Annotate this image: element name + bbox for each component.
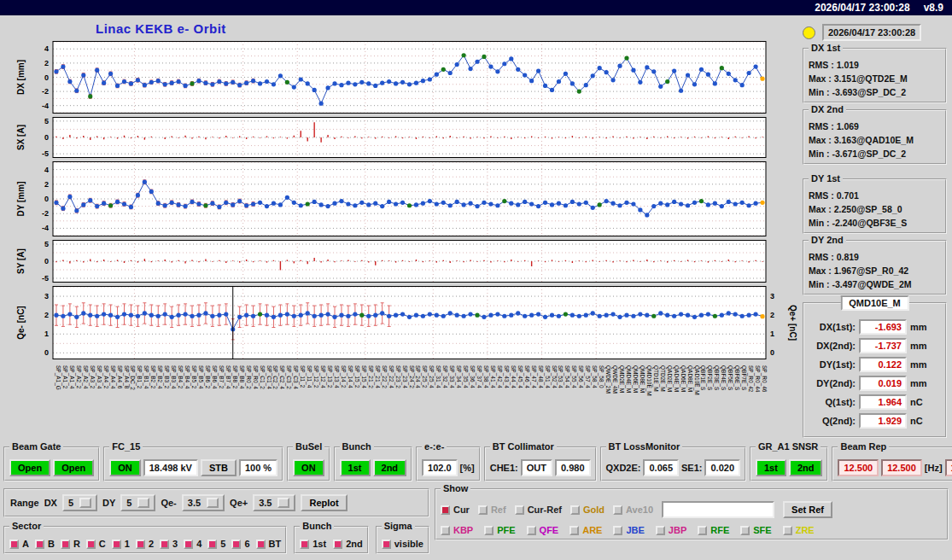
svg-text:SP_A2_2: SP_A2_2 [75,365,82,389]
snsr-2nd-button[interactable]: 2nd [789,459,823,476]
svg-text:SP_B4_4: SP_B4_4 [184,365,190,389]
charge-plot[interactable]: 3210Qe- [nC]3210Qe+ [nC] [0,286,801,359]
bunch-status-group: Bunch 1st 2nd [334,446,412,481]
sector-a-checkbox[interactable] [9,540,19,549]
show-cur-checkbox[interactable] [441,505,450,515]
sy-corrector-plot[interactable]: 50-5SY [A] [0,240,801,283]
gr-a1-snsr-group: GR_A1 SNSR 1st 2nd [750,446,828,481]
stats-panel: 2026/04/17 23:00:28 DX 1st RMS : 1.019 M… [801,15,952,438]
sector-3-checkbox[interactable] [160,540,169,549]
sector-bt-checkbox[interactable] [256,540,266,549]
show-are-checkbox[interactable] [569,526,579,535]
sigma-visible-checkbox[interactable] [382,540,391,549]
range-qep-label: Qe+ [230,498,248,508]
sector-5-checkbox[interactable] [207,540,217,549]
snsr-1st-button[interactable]: 1st [756,459,786,476]
svg-text:0: 0 [44,348,49,357]
range-qem-select[interactable]: 3.5 [182,494,225,511]
show-rfe-checkbox[interactable] [698,526,707,535]
show-kbp-checkbox[interactable] [441,526,450,535]
svg-text:SP_54_4: SP_54_4 [564,365,570,388]
svg-text:SP_B2_4: SP_B2_4 [156,365,163,389]
bunch-2nd-button[interactable]: 2nd [373,459,407,476]
show-qfe-checkbox[interactable] [527,526,536,535]
svg-text:SP_B5_2: SP_B5_2 [190,365,197,389]
qmd-row-label: DX(1st): [808,322,856,332]
show-zre-checkbox[interactable] [783,526,792,535]
show-cur-ref-checkbox[interactable] [515,505,524,515]
show-gold-checkbox[interactable] [570,505,580,515]
ee-ratio-group: e-:e- 102.0 [%] [416,446,481,481]
show-ave10-checkbox[interactable] [613,505,622,515]
svg-text:QAD6E_M: QAD6E_M [680,365,686,392]
svg-text:SP_14_4: SP_14_4 [347,365,353,388]
svg-text:SP_37_4: SP_37_4 [476,365,482,388]
svg-text:QBF1E_S: QBF1E_S [699,365,706,391]
ee-ratio-value[interactable]: 102.0 [422,459,458,476]
svg-text:SP_34_4: SP_34_4 [455,365,462,388]
range-dy-label: DY [102,498,115,508]
che1-position-readout: 0.980 [555,459,591,476]
fc15-stb-button[interactable]: STB [201,459,237,476]
stat-dx-2nd: DX 2nd RMS : 1.069 Max : 3.163@QAD10E_M … [803,109,947,165]
dx-orbit-plot[interactable]: 420-2-4DX [mm] [0,41,801,114]
bunch-2nd-checkbox[interactable] [333,540,342,549]
beam-rep-1st-readout: 12.500 [838,459,879,476]
bunch-1st-button[interactable]: 1st [340,459,371,476]
beam-gate-open-2-button[interactable]: Open [53,459,94,476]
svg-text:2: 2 [44,59,49,67]
show-sfe-checkbox[interactable] [740,526,750,535]
svg-text:SP_C3_4: SP_C3_4 [292,365,299,389]
busel-on-button[interactable]: ON [293,459,324,476]
stat-rms: RMS : 1.069 [809,120,942,133]
svg-text:SP_A1_2: SP_A1_2 [61,365,68,389]
svg-text:SP_31_4: SP_31_4 [435,365,441,388]
titlebar-version: v8.9 [924,2,943,14]
qmd-row-value: 0.019 [859,376,907,391]
svg-text:-4: -4 [42,224,49,232]
show-jbe-checkbox[interactable] [613,526,622,535]
show-jbp-checkbox[interactable] [656,526,665,535]
fc15-on-button[interactable]: ON [109,459,141,476]
sector-6-checkbox[interactable] [231,540,241,549]
svg-text:SP_35_4: SP_35_4 [462,365,469,388]
svg-text:SP_B6_2: SP_B6_2 [204,365,211,389]
sx-corrector-plot[interactable]: 50-5SX [A] [0,117,801,158]
svg-text:SP_23_4: SP_23_4 [401,365,408,388]
sector-1-checkbox[interactable] [112,540,121,549]
range-dx-select[interactable]: 5 [62,494,97,511]
bunch-1st-checkbox[interactable] [300,540,309,549]
range-dy-select[interactable]: 5 [120,494,155,511]
beam-status-lamp-icon [803,26,815,39]
replot-button[interactable]: Replot [301,494,347,511]
range-qep-select[interactable]: 3.5 [253,494,295,511]
fc15-kv-readout: 18.498 kV [143,459,198,476]
sector-r-checkbox[interactable] [61,540,70,549]
ref-file-input[interactable] [662,501,774,518]
bunch-select-group: Bunch 1st 2nd [294,526,368,554]
sector-2-checkbox[interactable] [136,540,145,549]
sector-c-checkbox[interactable] [86,540,96,549]
che1-label: CHE1: [490,463,518,473]
titlebar: 2026/04/17 23:00:28 v8.9 [0,0,952,15]
sector-b-checkbox[interactable] [35,540,44,549]
range-qem-label: Qe- [161,498,176,508]
svg-text:QBF4E_S: QBF4E_S [720,365,727,391]
beam-gate-open-1-button[interactable]: Open [9,459,50,476]
sector-4-checkbox[interactable] [184,540,193,549]
set-ref-button[interactable]: Set Ref [783,501,832,518]
svg-text:QWDE_4M: QWDE_4M [611,365,618,394]
svg-text:SP_B4_2: SP_B4_2 [177,365,184,389]
stat-dy-2nd: DY 2nd RMS : 0.819 Max : 1.967@SP_R0_42 … [803,240,947,295]
svg-text:4: 4 [44,166,49,174]
svg-text:SP_53_4: SP_53_4 [557,365,564,388]
svg-text:QMD8E_M: QMD8E_M [639,365,645,393]
stat-rms: RMS : 0.701 [809,189,942,202]
svg-text:2: 2 [44,180,49,189]
qxd2e-readout: 0.065 [643,459,679,476]
svg-text:SP_R0_4: SP_R0_4 [252,365,259,389]
show-pfe-checkbox[interactable] [484,526,494,535]
dy-orbit-plot[interactable]: 420-2-4DY [mm] [0,161,801,236]
svg-text:1: 1 [770,330,774,338]
show-ref-checkbox[interactable] [478,505,488,515]
